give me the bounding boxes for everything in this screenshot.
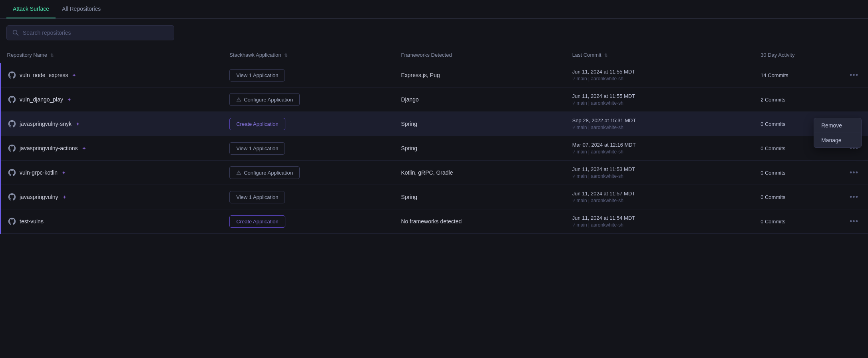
frameworks-cell: Express.js, Pug	[394, 63, 565, 88]
action-cell: •••	[840, 185, 868, 209]
warn-icon: ⚠	[236, 96, 241, 103]
commit-branch: ⑂ main | aaronkwhite-sh	[572, 173, 748, 179]
frameworks-text: Kotlin, gRPC, Gradle	[401, 169, 453, 176]
repo-name-text: test-vulns	[20, 218, 44, 225]
app-button-cell: ⚠Configure Application	[223, 161, 394, 185]
configure-application-button[interactable]: ⚠Configure Application	[229, 93, 300, 106]
commit-branch: ⑂ main | aaronkwhite-sh	[572, 100, 748, 106]
commit-date: Jun 11, 2024 at 11:54 MDT	[572, 215, 748, 221]
commit-date: Jun 11, 2024 at 11:57 MDT	[572, 191, 748, 197]
app-button-cell: ⚠Configure Application	[223, 88, 394, 112]
last-commit-cell: Jun 11, 2024 at 11:57 MDT ⑂ main | aaron…	[566, 185, 754, 209]
sparkle-icon: ✦	[62, 170, 66, 176]
svg-line-1	[17, 34, 18, 36]
commit-date: Jun 11, 2024 at 11:55 MDT	[572, 93, 748, 99]
commit-branch: ⑂ main | aaronkwhite-sh	[572, 149, 748, 155]
table-row: javaspringvulny-actions ✦ View 1 Applica…	[1, 136, 868, 161]
create-application-button[interactable]: Create Application	[229, 118, 285, 130]
frameworks-text: Express.js, Pug	[401, 72, 440, 78]
activity-commits-text: 0 Commits	[760, 219, 785, 225]
row-menu-button[interactable]: •••	[846, 167, 862, 179]
app-button-cell: Create Application	[223, 112, 394, 136]
view-application-button[interactable]: View 1 Application	[229, 191, 285, 203]
table-row: javaspringvulny ✦ View 1 ApplicationSpri…	[1, 185, 868, 209]
table-row: javaspringvulny-snyk ✦ Create Applicatio…	[1, 112, 868, 136]
activity-commits-text: 0 Commits	[760, 145, 785, 151]
commit-branch: ⑂ main | aaronkwhite-sh	[572, 76, 748, 82]
sparkle-icon: ✦	[67, 97, 72, 103]
repo-name-cell: test-vulns	[1, 209, 223, 234]
activity-commits-text: 0 Commits	[760, 170, 785, 176]
col-header-repo-name[interactable]: Repository Name ⇅	[1, 47, 223, 63]
app-button-cell: View 1 Application	[223, 185, 394, 209]
last-commit-cell: Jun 11, 2024 at 11:55 MDT ⑂ main | aaron…	[566, 63, 754, 88]
activity-cell: 0 Commits	[754, 161, 840, 185]
search-box	[6, 25, 174, 40]
table-row: vuln-grpc-kotlin ✦ ⚠Configure Applicatio…	[1, 161, 868, 185]
repo-name-text: javaspringvulny-actions	[20, 145, 78, 151]
row-menu-button[interactable]: •••	[846, 216, 862, 227]
commit-date: Mar 07, 2024 at 12:16 MDT	[572, 142, 748, 148]
activity-cell: 2 Commits	[754, 88, 840, 112]
configure-application-button[interactable]: ⚠Configure Application	[229, 166, 300, 179]
table-row: vuln_node_express ✦ View 1 ApplicationEx…	[1, 63, 868, 88]
sort-icon-last-commit: ⇅	[604, 53, 608, 58]
warn-icon: ⚠	[236, 169, 241, 176]
repo-name-cell: vuln-grpc-kotlin ✦	[1, 161, 223, 185]
sparkle-icon: ✦	[72, 72, 76, 78]
activity-cell: 0 Commits	[754, 209, 840, 234]
repo-name-cell: javaspringvulny-snyk ✦	[1, 112, 223, 136]
branch-icon: ⑂	[572, 101, 575, 105]
view-application-button[interactable]: View 1 Application	[229, 69, 285, 82]
last-commit-cell: Jun 11, 2024 at 11:53 MDT ⑂ main | aaron…	[566, 161, 754, 185]
sparkle-icon: ✦	[62, 194, 67, 200]
create-application-button[interactable]: Create Application	[229, 215, 285, 228]
frameworks-text: Django	[401, 96, 418, 103]
github-icon	[8, 119, 16, 128]
branch-text: main | aaronkwhite-sh	[577, 76, 623, 82]
activity-commits-text: 0 Commits	[760, 121, 785, 127]
table-row: test-vulns Create ApplicationNo framewor…	[1, 209, 868, 234]
action-cell: •••	[840, 161, 868, 185]
search-container	[0, 19, 868, 40]
sort-icon-repo-name: ⇅	[50, 53, 54, 58]
frameworks-text: No frameworks detected	[401, 218, 462, 225]
table-body: vuln_node_express ✦ View 1 ApplicationEx…	[1, 63, 868, 234]
commit-date: Jun 11, 2024 at 11:55 MDT	[572, 69, 748, 75]
view-application-button[interactable]: View 1 Application	[229, 142, 285, 155]
app-button-cell: View 1 Application	[223, 63, 394, 88]
github-icon	[8, 217, 16, 226]
row-menu-button[interactable]: •••	[846, 191, 862, 203]
app-button-cell: Create Application	[223, 209, 394, 234]
repo-name-text: vuln_django_play	[20, 96, 63, 103]
github-icon	[8, 168, 16, 177]
frameworks-cell: Django	[394, 88, 565, 112]
col-header-actions	[840, 47, 868, 63]
col-header-last-commit[interactable]: Last Commit ⇅	[566, 47, 754, 63]
repo-name-text: vuln_node_express	[20, 72, 68, 78]
col-header-frameworks: Frameworks Detected	[394, 47, 565, 63]
context-menu: Remove Manage	[814, 118, 862, 148]
sort-icon-app: ⇅	[284, 53, 288, 58]
table-header-row: Repository Name ⇅ Stackhawk Application …	[1, 47, 868, 63]
frameworks-text: Spring	[401, 194, 417, 200]
branch-text: main | aaronkwhite-sh	[577, 222, 623, 228]
branch-icon: ⑂	[572, 198, 575, 203]
branch-text: main | aaronkwhite-sh	[577, 198, 623, 203]
frameworks-cell: Spring	[394, 185, 565, 209]
repo-name-cell: vuln_django_play ✦	[1, 88, 223, 112]
tab-all-repositories[interactable]: All Repositories	[56, 0, 107, 18]
github-icon	[8, 193, 16, 201]
frameworks-cell: Spring	[394, 112, 565, 136]
row-menu-button[interactable]: •••	[846, 70, 862, 81]
activity-commits-text: 2 Commits	[760, 97, 785, 103]
context-menu-remove[interactable]: Remove	[814, 118, 861, 133]
tab-attack-surface[interactable]: Attack Surface	[6, 0, 56, 18]
repo-name-text: javaspringvulny-snyk	[20, 121, 72, 127]
sparkle-icon: ✦	[82, 145, 86, 151]
frameworks-cell: Spring	[394, 136, 565, 161]
col-header-app[interactable]: Stackhawk Application ⇅	[223, 47, 394, 63]
branch-icon: ⑂	[572, 76, 575, 81]
search-input[interactable]	[23, 30, 168, 36]
context-menu-manage[interactable]: Manage	[814, 133, 861, 147]
